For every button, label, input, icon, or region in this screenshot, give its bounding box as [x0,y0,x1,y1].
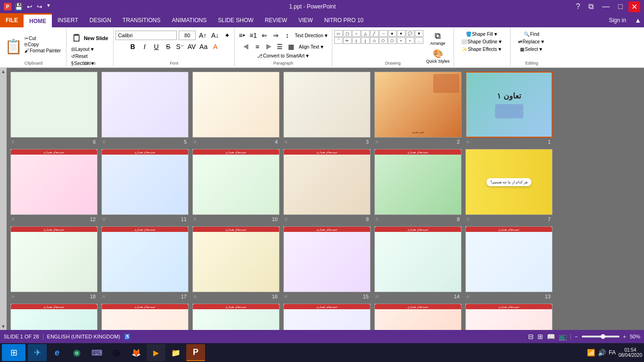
slide-item-4[interactable]: ★4 [192,72,280,145]
slide-item-20[interactable]: حمیده‌های همیاری ★20 [374,304,462,330]
shape-heart[interactable]: ♥ [397,30,405,37]
cut-button[interactable]: ✂ Cut [23,35,62,41]
align-text-btn[interactable]: Align Text ▼ [297,44,326,50]
reading-view-btn[interactable]: 📖 [547,333,555,340]
shape-diamond[interactable]: ◇ [370,37,379,44]
shape-banner[interactable]: ⌁ [406,37,414,44]
slide-item-15[interactable]: حمیده‌های همیاری ★15 [283,226,371,300]
paste-button[interactable]: 📋 ✂ Cut ⎘ Copy 🖌 Format Painter [3,34,64,55]
slide-star-5[interactable]: ★ [101,139,107,145]
new-slide-button[interactable]: 🗒 New Slide [70,31,110,45]
clear-format-btn[interactable]: ✦ [222,30,232,41]
start-button[interactable]: ⊞ [2,344,25,361]
shape-plus[interactable]: + [397,37,405,44]
slide-star-2[interactable]: ★ [374,139,380,145]
tab-slideshow[interactable]: SLIDE SHOW [212,13,259,27]
change-case-btn[interactable]: Aa [198,41,209,52]
slide-star-12[interactable]: ★ [10,216,16,222]
slide-star-10[interactable]: ★ [192,216,198,222]
customize-btn[interactable]: ▼ [45,3,52,10]
slide-item-5[interactable]: ★5 [101,72,189,145]
shape-effects-btn[interactable]: ✨ Shape Effects ▼ [460,46,504,52]
shape-freeform[interactable]: ✏ [343,37,352,44]
bullet-list-btn[interactable]: ≡• [237,30,247,41]
shape-bracket[interactable]: [ [361,37,370,44]
slide-item-21[interactable]: حمیده‌های همیاری ★21 [283,304,371,330]
slide-item-6[interactable]: ★6 [10,72,98,145]
taskbar-powerpoint[interactable]: P [186,344,205,361]
bold-btn[interactable]: B [128,41,138,52]
tab-animations[interactable]: ANIMATIONS [166,13,212,27]
slide-item-2[interactable]: متن عربی★2 [374,72,462,145]
sign-in-btn[interactable]: Sign in [603,17,632,24]
slide-item-13[interactable]: حمیده‌های همیاری ★13 [465,226,553,300]
shape-rect[interactable]: ▭ [334,30,343,37]
taskbar-chrome[interactable]: ◎ [107,344,126,361]
undo-btn[interactable]: ↩ [25,3,34,10]
shape-line[interactable]: ╱ [370,30,379,37]
slide-star-1[interactable]: ★ [465,139,471,145]
slide-star-11[interactable]: ★ [101,216,107,222]
shape-more[interactable]: ▼ [415,30,423,37]
shape-tri[interactable]: △ [361,30,370,37]
shape-oval[interactable]: ○ [352,30,361,37]
slide-star-9[interactable]: ★ [283,216,289,222]
restore-window-btn[interactable]: ⧉ [586,1,596,12]
slide-star-8[interactable]: ★ [374,216,380,222]
close-btn[interactable]: ✕ [628,1,640,12]
font-decrease-btn[interactable]: A↓ [210,30,220,41]
tab-design[interactable]: DESIGN [84,13,117,27]
increase-indent-btn[interactable]: ⇒ [271,30,281,41]
layout-button[interactable]: ⊟ Layout ▼ [70,46,96,52]
italic-btn[interactable]: I [140,41,150,52]
tab-review[interactable]: REVIEW [259,13,293,27]
scroll-down-btn[interactable]: ▼ [1,324,6,329]
taskbar-keyboard[interactable]: ⌨ [87,344,106,361]
reset-button[interactable]: ↺ Reset [70,53,89,59]
taskbar-files[interactable]: 📁 [166,344,185,361]
slide-item-1[interactable]: تعاون ۱★1 [465,72,553,145]
zoom-slider[interactable] [582,336,619,337]
justify-btn[interactable]: ☰ [275,41,285,52]
slide-item-23[interactable]: حمیده‌های همیاری ★23 [101,304,189,330]
slide-item-12[interactable]: حمیده‌های همیاری ★12 [10,149,98,222]
slide-star-17[interactable]: ★ [101,293,107,300]
taskbar-firefox[interactable]: 🦊 [127,344,146,361]
taskbar-clock[interactable]: 01:54 08/04/2020 [619,347,642,358]
slide-item-17[interactable]: حمیده‌های همیاری ★17 [101,226,189,300]
shape-pentagon[interactable]: ⬠ [379,37,388,44]
taskbar-media[interactable]: ▶ [147,344,165,361]
maximize-btn[interactable]: □ [615,1,626,12]
text-direction-btn[interactable]: Text Direction ▼ [293,33,330,39]
shape-hexagon[interactable]: ⬡ [388,37,396,44]
slide-star-18[interactable]: ★ [10,293,16,300]
slide-item-9[interactable]: حمیده‌های همیاری ★9 [283,149,371,222]
tab-transitions[interactable]: TRANSITIONS [117,13,166,27]
tab-view[interactable]: VIEW [293,13,319,27]
line-spacing-btn[interactable]: ↕ [282,30,292,41]
font-increase-btn[interactable]: A↑ [198,30,208,41]
char-spacing-btn[interactable]: AV [187,41,197,52]
slide-item-19[interactable]: حمیده‌های همیاری ★19 [465,304,553,330]
normal-view-btn[interactable]: ⊟ [528,333,534,340]
align-left-btn[interactable]: ⫷ [241,41,251,52]
slide-star-16[interactable]: ★ [192,293,198,300]
underline-btn[interactable]: U [151,41,162,52]
shape-arrow[interactable]: → [379,30,388,37]
align-right-btn[interactable]: ⫸ [264,41,274,52]
slide-star-3[interactable]: ★ [283,139,289,145]
slide-star-6[interactable]: ★ [10,139,16,145]
arrange-button[interactable]: ⧉ Arrange [424,30,452,47]
slide-star-4[interactable]: ★ [192,139,198,145]
font-size-input[interactable] [179,31,196,40]
slide-item-11[interactable]: حمیده‌های همیاری ★11 [101,149,189,222]
ribbon-collapse-btn[interactable]: ▲ [632,16,644,24]
convert-smartart-btn[interactable]: ⎇ Convert to SmartArt ▼ [256,53,311,59]
find-btn[interactable]: 🔍 Find [522,31,540,37]
redo-btn[interactable]: ↪ [35,3,44,10]
accessibility-icon[interactable]: ♿ [124,334,131,340]
shape-fill-btn[interactable]: 🪣 Shape Fill ▼ [464,31,499,37]
slide-item-24[interactable]: حمیده‌های همیاری ★24 [10,304,98,330]
shape-brace[interactable]: { [352,37,361,44]
shape-misc[interactable]: … [415,37,423,44]
